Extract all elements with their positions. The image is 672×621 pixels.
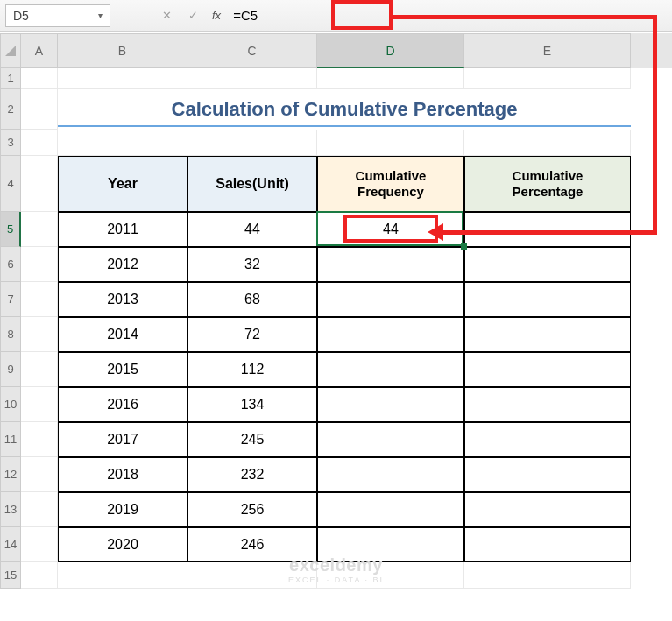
row-header-12[interactable]: 12: [0, 457, 21, 492]
cell-E1[interactable]: [464, 68, 631, 89]
cell-A4[interactable]: [21, 156, 58, 212]
row-header-4[interactable]: 4: [0, 156, 21, 212]
data-year-8[interactable]: 2014: [58, 317, 187, 352]
data-year-7[interactable]: 2013: [58, 282, 187, 317]
enter-icon[interactable]: ✓: [180, 4, 205, 27]
table-header-B[interactable]: Year: [58, 156, 187, 212]
data-cumpct-12[interactable]: [464, 457, 631, 492]
data-cumpct-10[interactable]: [464, 387, 631, 422]
data-cumfreq-13[interactable]: [317, 492, 464, 527]
cell-B15[interactable]: [58, 562, 187, 589]
cell-D3[interactable]: [317, 130, 464, 156]
cell-A1[interactable]: [21, 68, 58, 89]
data-cumpct-14[interactable]: [464, 527, 631, 562]
col-header-B[interactable]: B: [58, 33, 187, 68]
col-header-D[interactable]: D: [317, 33, 464, 68]
data-year-9[interactable]: 2015: [58, 352, 187, 387]
fx-icon[interactable]: fx: [212, 9, 221, 22]
table-header-D[interactable]: Cumulative Frequency: [317, 156, 464, 212]
row-header-13[interactable]: 13: [0, 492, 21, 527]
data-year-13[interactable]: 2019: [58, 492, 187, 527]
cell-C15[interactable]: [187, 562, 317, 589]
data-year-10[interactable]: 2016: [58, 387, 187, 422]
cell-D1[interactable]: [317, 68, 464, 89]
row-header-6[interactable]: 6: [0, 247, 21, 282]
cell-A10[interactable]: [21, 387, 58, 422]
row-header-3[interactable]: 3: [0, 130, 21, 156]
cell-C3[interactable]: [187, 130, 317, 156]
data-sales-13[interactable]: 256: [187, 492, 317, 527]
cell-A13[interactable]: [21, 492, 58, 527]
row-header-15[interactable]: 15: [0, 562, 21, 589]
data-sales-10[interactable]: 134: [187, 387, 317, 422]
cell-A8[interactable]: [21, 317, 58, 352]
data-cumpct-6[interactable]: [464, 247, 631, 282]
row-header-8[interactable]: 8: [0, 317, 21, 352]
cell-E15[interactable]: [464, 562, 631, 589]
data-year-6[interactable]: 2012: [58, 247, 187, 282]
data-sales-6[interactable]: 32: [187, 247, 317, 282]
name-box[interactable]: D5 ▾: [5, 4, 110, 27]
data-sales-11[interactable]: 245: [187, 422, 317, 457]
data-cumfreq-7[interactable]: [317, 282, 464, 317]
cell-A11[interactable]: [21, 422, 58, 457]
cell-A2[interactable]: [21, 89, 58, 130]
cell-B1[interactable]: [58, 68, 187, 89]
select-all-button[interactable]: [0, 33, 21, 68]
row-header-1[interactable]: 1: [0, 68, 21, 89]
data-cumfreq-10[interactable]: [317, 387, 464, 422]
data-cumpct-8[interactable]: [464, 317, 631, 352]
table-header-C[interactable]: Sales(Unit): [187, 156, 317, 212]
data-sales-12[interactable]: 232: [187, 457, 317, 492]
cell-A15[interactable]: [21, 562, 58, 589]
name-box-dropdown-icon[interactable]: ▾: [98, 11, 103, 20]
cell-B3[interactable]: [58, 130, 187, 156]
data-cumfreq-6[interactable]: [317, 247, 464, 282]
cell-A9[interactable]: [21, 352, 58, 387]
fill-handle[interactable]: [461, 243, 467, 250]
row-header-7[interactable]: 7: [0, 282, 21, 317]
title-cell[interactable]: Calculation of Cumulative Percentage: [58, 89, 631, 130]
cell-E3[interactable]: [464, 130, 631, 156]
data-sales-8[interactable]: 72: [187, 317, 317, 352]
cancel-icon[interactable]: ✕: [154, 4, 179, 27]
row-header-14[interactable]: 14: [0, 527, 21, 562]
data-sales-7[interactable]: 68: [187, 282, 317, 317]
row-header-10[interactable]: 10: [0, 387, 21, 422]
col-header-E[interactable]: E: [464, 33, 631, 68]
data-sales-9[interactable]: 112: [187, 352, 317, 387]
data-cumpct-9[interactable]: [464, 352, 631, 387]
data-cumfreq-9[interactable]: [317, 352, 464, 387]
data-cumfreq-12[interactable]: [317, 457, 464, 492]
data-cumpct-13[interactable]: [464, 492, 631, 527]
row-header-2[interactable]: 2: [0, 89, 21, 130]
cell-A14[interactable]: [21, 527, 58, 562]
cell-A3[interactable]: [21, 130, 58, 156]
data-sales-5[interactable]: 44: [187, 212, 317, 247]
cell-A12[interactable]: [21, 457, 58, 492]
data-cumfreq-11[interactable]: [317, 422, 464, 457]
data-cumfreq-14[interactable]: [317, 527, 464, 562]
data-cumpct-7[interactable]: [464, 282, 631, 317]
cell-C1[interactable]: [187, 68, 317, 89]
data-year-14[interactable]: 2020: [58, 527, 187, 562]
cell-A5[interactable]: [21, 212, 58, 247]
data-year-12[interactable]: 2018: [58, 457, 187, 492]
data-cumpct-5[interactable]: [464, 212, 631, 247]
cell-A7[interactable]: [21, 282, 58, 317]
data-year-5[interactable]: 2011: [58, 212, 187, 247]
col-header-C[interactable]: C: [187, 33, 317, 68]
row-header-9[interactable]: 9: [0, 352, 21, 387]
cell-A6[interactable]: [21, 247, 58, 282]
col-header-A[interactable]: A: [21, 33, 58, 68]
formula-input[interactable]: [230, 4, 667, 27]
data-cumpct-11[interactable]: [464, 422, 631, 457]
row-header-11[interactable]: 11: [0, 422, 21, 457]
row-header-5[interactable]: 5: [0, 212, 21, 247]
cell-D15[interactable]: [317, 562, 464, 589]
table-header-E[interactable]: Cumulative Percentage: [464, 156, 631, 212]
worksheet-grid[interactable]: Calculation of Cumulative PercentageYear…: [21, 68, 672, 621]
data-sales-14[interactable]: 246: [187, 527, 317, 562]
data-cumfreq-8[interactable]: [317, 317, 464, 352]
data-year-11[interactable]: 2017: [58, 422, 187, 457]
